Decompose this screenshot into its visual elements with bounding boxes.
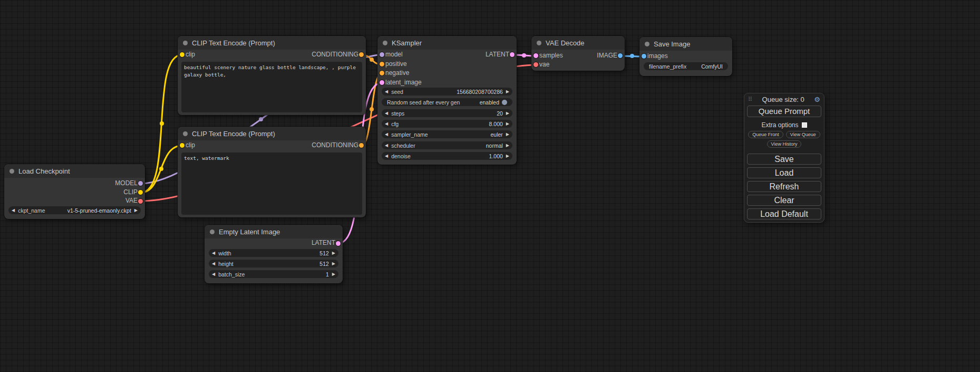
collapse-dot-icon[interactable] xyxy=(183,41,188,45)
input-slot-samples[interactable] xyxy=(533,53,538,58)
decrement-arrow-icon[interactable]: ◀ xyxy=(212,270,215,278)
decrement-arrow-icon[interactable]: ◀ xyxy=(12,206,15,214)
output-slot-clip[interactable] xyxy=(138,190,143,195)
node-titlebar[interactable]: VAE Decode xyxy=(531,36,625,50)
widget-name: height xyxy=(218,261,234,267)
increment-arrow-icon[interactable]: ▶ xyxy=(332,260,335,268)
input-label-images: images xyxy=(647,53,668,60)
widget-value: normal xyxy=(486,142,503,149)
queue-prompt-button[interactable]: Queue Prompt xyxy=(747,106,821,117)
widget-name: Random seed after every gen xyxy=(387,99,460,106)
increment-arrow-icon[interactable]: ▶ xyxy=(506,152,509,160)
output-label-latent: LATENT xyxy=(486,51,509,58)
input-slot-negative[interactable] xyxy=(380,71,384,75)
node-titlebar[interactable]: CLIP Text Encode (Prompt) xyxy=(178,36,366,50)
extra-options-checkbox[interactable] xyxy=(802,122,807,128)
clear-button[interactable]: Clear xyxy=(747,195,821,206)
widget-value: 512 xyxy=(319,250,329,256)
view-history-button[interactable]: View History xyxy=(767,140,802,148)
output-slot-model[interactable] xyxy=(138,181,143,186)
decrement-arrow-icon[interactable]: ◀ xyxy=(385,141,388,149)
widget-denoise[interactable]: ◀ denoise 1.000 ▶ xyxy=(382,152,512,160)
node-titlebar[interactable]: Load Checkpoint xyxy=(4,164,145,178)
input-slot-clip[interactable] xyxy=(180,143,185,148)
node-graph-canvas[interactable]: Load Checkpoint MODEL CLIP VAE ◀ ckpt_na… xyxy=(0,0,980,372)
drag-handle-icon[interactable]: ⠿ xyxy=(748,96,752,103)
output-slot-latent[interactable] xyxy=(510,52,515,57)
widget-name: denoise xyxy=(391,153,411,159)
widget-filename-prefix[interactable]: filename_prefix ComfyUI xyxy=(644,62,728,70)
increment-arrow-icon[interactable]: ▶ xyxy=(134,206,138,214)
input-slot-vae[interactable] xyxy=(533,62,538,67)
input-slot-positive[interactable] xyxy=(380,62,384,66)
decrement-arrow-icon[interactable]: ◀ xyxy=(385,120,388,128)
prompt-textarea[interactable]: beautiful scenery nature glass bottle la… xyxy=(181,62,362,112)
node-titlebar[interactable]: CLIP Text Encode (Prompt) xyxy=(178,127,366,140)
increment-arrow-icon[interactable]: ▶ xyxy=(332,249,335,257)
queue-small-buttons-row: Queue Front View Queue xyxy=(744,131,824,138)
widget-batch-size[interactable]: ◀ batch_size 1 ▶ xyxy=(209,270,338,278)
collapse-dot-icon[interactable] xyxy=(537,41,541,45)
widget-height[interactable]: ◀ height 512 ▶ xyxy=(209,260,338,268)
increment-arrow-icon[interactable]: ▶ xyxy=(506,88,509,96)
widget-scheduler[interactable]: ◀ scheduler normal ▶ xyxy=(382,141,512,149)
queue-size-label: Queue size: 0 xyxy=(752,96,814,103)
decrement-arrow-icon[interactable]: ◀ xyxy=(385,152,388,160)
collapse-dot-icon[interactable] xyxy=(645,42,649,46)
save-button[interactable]: Save xyxy=(747,154,821,165)
load-default-button[interactable]: Load Default xyxy=(747,208,821,220)
node-titlebar[interactable]: KSampler xyxy=(377,36,517,50)
load-button[interactable]: Load xyxy=(747,167,821,178)
increment-arrow-icon[interactable]: ▶ xyxy=(506,120,509,128)
decrement-arrow-icon[interactable]: ◀ xyxy=(385,88,388,96)
view-history-row: View History xyxy=(744,140,824,148)
widget-steps[interactable]: ◀ steps 20 ▶ xyxy=(382,109,512,117)
widget-value: 8.000 xyxy=(489,121,503,127)
increment-arrow-icon[interactable]: ▶ xyxy=(506,130,509,138)
toggle-knob-icon[interactable] xyxy=(502,100,507,105)
output-slot-conditioning[interactable] xyxy=(359,52,364,57)
decrement-arrow-icon[interactable]: ◀ xyxy=(212,249,215,257)
output-slot-latent[interactable] xyxy=(336,241,341,246)
node-title: VAE Decode xyxy=(546,39,584,47)
queue-front-button[interactable]: Queue Front xyxy=(748,131,783,138)
output-slot-image[interactable] xyxy=(618,53,623,58)
refresh-button[interactable]: Refresh xyxy=(747,181,821,192)
node-titlebar[interactable]: Empty Latent Image xyxy=(205,225,343,239)
collapse-dot-icon[interactable] xyxy=(9,169,14,174)
widget-sampler-name[interactable]: ◀ sampler_name euler ▶ xyxy=(382,130,512,138)
output-slot-vae[interactable] xyxy=(138,199,143,204)
increment-arrow-icon[interactable]: ▶ xyxy=(506,141,509,149)
view-queue-button[interactable]: View Queue xyxy=(786,131,820,138)
increment-arrow-icon[interactable]: ▶ xyxy=(332,270,335,278)
node-title: KSampler xyxy=(392,39,422,47)
input-slot-latent-image[interactable] xyxy=(380,80,384,85)
prompt-textarea[interactable]: text, watermark xyxy=(181,152,362,215)
widget-width[interactable]: ◀ width 512 ▶ xyxy=(209,249,338,257)
input-slot-images[interactable] xyxy=(642,54,646,59)
decrement-arrow-icon[interactable]: ◀ xyxy=(385,109,388,117)
widget-value: 1.000 xyxy=(489,153,503,159)
decrement-arrow-icon[interactable]: ◀ xyxy=(385,130,388,138)
input-label-positive: positive xyxy=(385,61,407,68)
collapse-dot-icon[interactable] xyxy=(183,131,188,136)
collapse-dot-icon[interactable] xyxy=(383,41,387,45)
decrement-arrow-icon[interactable]: ◀ xyxy=(212,260,215,268)
node-title: CLIP Text Encode (Prompt) xyxy=(192,39,275,47)
input-slot-clip[interactable] xyxy=(180,52,185,57)
widget-name: sampler_name xyxy=(391,131,428,138)
settings-gear-icon[interactable]: ⚙ xyxy=(814,96,820,103)
input-label-samples: samples xyxy=(539,52,563,59)
widget-ckpt-name[interactable]: ◀ ckpt_name v1-5-pruned-emaonly.ckpt ▶ xyxy=(8,206,141,214)
node-ksampler: KSampler model positive negative latent_… xyxy=(377,36,517,165)
node-title: Empty Latent Image xyxy=(219,228,280,236)
widget-name: batch_size xyxy=(218,271,245,278)
input-slot-model[interactable] xyxy=(380,52,384,57)
widget-cfg[interactable]: ◀ cfg 8.000 ▶ xyxy=(382,120,512,128)
collapse-dot-icon[interactable] xyxy=(210,230,215,234)
widget-seed-control[interactable]: Random seed after every gen enabled xyxy=(382,98,512,106)
output-slot-conditioning[interactable] xyxy=(359,143,364,148)
widget-seed[interactable]: ◀ seed 156680208700286 ▶ xyxy=(382,88,512,96)
increment-arrow-icon[interactable]: ▶ xyxy=(506,109,509,117)
node-titlebar[interactable]: Save Image xyxy=(639,37,732,51)
